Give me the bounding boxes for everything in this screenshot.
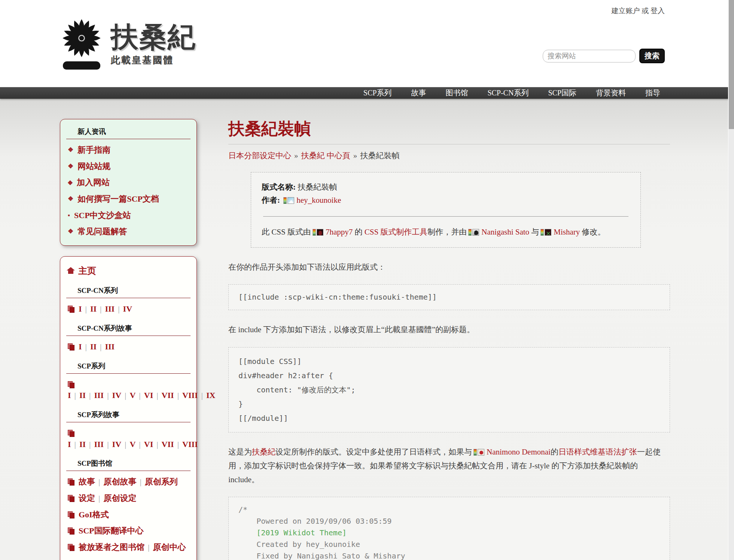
sidebar-link[interactable]: 原创系列 xyxy=(145,477,178,486)
sidebar-link[interactable]: IV xyxy=(112,391,121,400)
nav-item[interactable]: 指导 xyxy=(636,87,670,99)
sidebar-link[interactable]: VI xyxy=(144,391,153,400)
sidebar-link[interactable]: 设定 xyxy=(79,493,95,503)
sidebar-link[interactable]: 加入网站 xyxy=(77,178,110,187)
sidebar-link[interactable]: II xyxy=(90,342,97,351)
sidebar-link[interactable]: IV xyxy=(112,440,121,449)
user-icon[interactable] xyxy=(473,449,484,456)
sidebar-link[interactable]: 原创中心 xyxy=(153,542,186,552)
sidebar-link[interactable]: 原创设定 xyxy=(103,493,136,503)
nav-item[interactable]: 故事 xyxy=(401,87,436,99)
sidebar-link[interactable]: I xyxy=(68,391,71,400)
search-input[interactable] xyxy=(543,50,636,62)
sidebar-link[interactable]: III xyxy=(94,440,104,449)
sidebar-link[interactable]: VII xyxy=(162,440,174,449)
theme-infobox: 版式名称: 扶桑紀裝幀 作者: hey_kounoike 此 CSS 版式由7h… xyxy=(251,172,641,248)
sidebar-link[interactable]: IX xyxy=(206,391,215,400)
theme-name-value: 扶桑紀裝幀 xyxy=(298,183,337,192)
breadcrumb: 日本分部设定中心»扶桑紀 中心頁»扶桑紀裝幀 xyxy=(228,150,670,161)
sidebar-link[interactable]: 被放逐者之图书馆 xyxy=(79,542,144,552)
sidebar-link[interactable]: IV xyxy=(123,304,132,313)
pages-icon xyxy=(68,495,74,502)
sidebar-link[interactable]: 网站站规 xyxy=(77,162,110,171)
sidebar-link[interactable]: I xyxy=(79,342,82,351)
text-link[interactable]: 日语样式维基语法扩张 xyxy=(558,447,637,456)
text-link[interactable]: hey_kounoike xyxy=(296,196,341,205)
sidebar-link[interactable]: III xyxy=(105,304,115,313)
sidebar-link[interactable]: III xyxy=(105,342,115,351)
sidebar-link[interactable]: 原创故事 xyxy=(103,477,136,486)
user-icon[interactable] xyxy=(283,197,294,204)
separator: | xyxy=(139,391,140,400)
sidebar-link[interactable]: V xyxy=(130,391,135,400)
page: 建立账户 或 登入 扶桑紀 此載皇基國體 搜索 SCP系列故事图书馆SCP-CN… xyxy=(0,0,734,560)
sidebar-link[interactable]: I xyxy=(79,304,82,313)
sidebar-link[interactable]: VIII xyxy=(182,440,198,449)
sidebar-newcomer-box: 新人资讯 ❖新手指南❖网站站规◆加入网站❖如何撰写一篇SCP文档▪SCP中文沙盒… xyxy=(60,119,197,246)
text-link[interactable]: 7happy7 xyxy=(326,227,353,236)
sidebar-link[interactable]: II xyxy=(79,440,86,449)
separator: | xyxy=(74,440,76,449)
text: 制作，并由 xyxy=(427,227,467,236)
home-icon xyxy=(67,267,74,274)
sidebar-link[interactable]: SCP国际翻译中心 xyxy=(79,526,144,535)
site-title[interactable]: 扶桑紀 xyxy=(111,23,196,51)
sidebar-row: I|II|III|IV|V|VI|VII|VIII xyxy=(68,428,191,450)
sidebar-item-home[interactable]: 主页 xyxy=(67,265,191,277)
paragraph-subtitle-edit: 在 include 下方添加如下语法，以修改页眉上“此載皇基國體”的副标题。 xyxy=(228,323,670,337)
nav-item[interactable]: 图书馆 xyxy=(436,87,478,99)
sidebar-link[interactable]: 如何撰写一篇SCP文档 xyxy=(77,194,159,204)
scrollbar-thumb[interactable] xyxy=(729,0,734,129)
sidebar-item: ◆加入网站 xyxy=(68,177,191,188)
sidebar-link[interactable]: III xyxy=(94,391,104,400)
separator: | xyxy=(100,342,101,351)
sidebar-link[interactable]: I xyxy=(68,440,71,449)
home-link[interactable]: 主页 xyxy=(78,266,96,276)
user-icon[interactable] xyxy=(540,229,551,236)
sidebar-item: ❖新手指南 xyxy=(68,144,191,156)
text-link[interactable]: Mishary xyxy=(554,227,580,236)
sidebar-item: ❖常见问题解答 xyxy=(68,226,191,237)
sidebar-link[interactable]: VII xyxy=(162,391,174,400)
text-link[interactable]: CSS 版式制作工具 xyxy=(365,227,428,236)
pages-icon xyxy=(68,381,74,388)
user-icon[interactable] xyxy=(468,229,479,236)
separator: | xyxy=(98,493,100,503)
nav-item[interactable]: SCP系列 xyxy=(354,87,402,99)
nav-item[interactable]: SCP国际 xyxy=(538,87,586,99)
create-account-link[interactable]: 建立账户 xyxy=(612,7,640,15)
sidebar-link[interactable]: 常见问题解答 xyxy=(77,227,127,236)
text-link[interactable]: 扶桑紀 xyxy=(252,447,275,456)
sidebar-link[interactable]: SCP中文沙盒站 xyxy=(74,211,131,220)
karma-bar-icon xyxy=(540,229,544,236)
search-button[interactable]: 搜索 xyxy=(639,49,665,63)
avatar xyxy=(317,229,323,236)
text-link[interactable]: Nanimono Demonai xyxy=(487,447,551,456)
nav-item[interactable]: 背景资料 xyxy=(586,87,636,99)
breadcrumb-item[interactable]: 扶桑紀 中心頁 xyxy=(301,151,350,160)
scrollbar-track[interactable] xyxy=(728,0,734,560)
sidebar-link[interactable]: 新手指南 xyxy=(77,145,110,154)
breadcrumb-item[interactable]: 日本分部设定中心 xyxy=(228,151,291,160)
karma-bar-icon xyxy=(468,229,472,236)
text-link[interactable]: Nanigashi Sato xyxy=(481,227,529,236)
user-icon[interactable] xyxy=(313,229,323,236)
sidebar-link[interactable]: VI xyxy=(144,440,153,449)
sidebar-link[interactable]: II xyxy=(90,304,97,313)
nav-item[interactable]: SCP-CN系列 xyxy=(478,87,538,99)
sidebar-link[interactable]: V xyxy=(130,440,135,449)
code-line: /* xyxy=(238,504,660,515)
sidebar-link[interactable]: VIII xyxy=(182,391,198,400)
bullet-icon: ▪ xyxy=(68,212,70,219)
sidebar-link[interactable]: II xyxy=(79,391,86,400)
pages-icon xyxy=(68,343,74,350)
chrysanthemum-flower-icon xyxy=(61,18,102,58)
sidebar-item: ❖网站站规 xyxy=(68,161,191,172)
sidebar-link[interactable]: GoI格式 xyxy=(79,510,109,519)
login-link[interactable]: 登入 xyxy=(651,7,665,15)
sidebar-link[interactable]: 故事 xyxy=(79,477,95,486)
separator: | xyxy=(85,304,87,313)
paragraph-apply: 在你的作品开头添加如下语法以应用此版式： xyxy=(228,260,670,274)
sidebar-row: 被放逐者之图书馆|原创中心 xyxy=(68,542,191,553)
code-line: Fixed by Nanigashi Sato & Mishary xyxy=(238,550,660,560)
